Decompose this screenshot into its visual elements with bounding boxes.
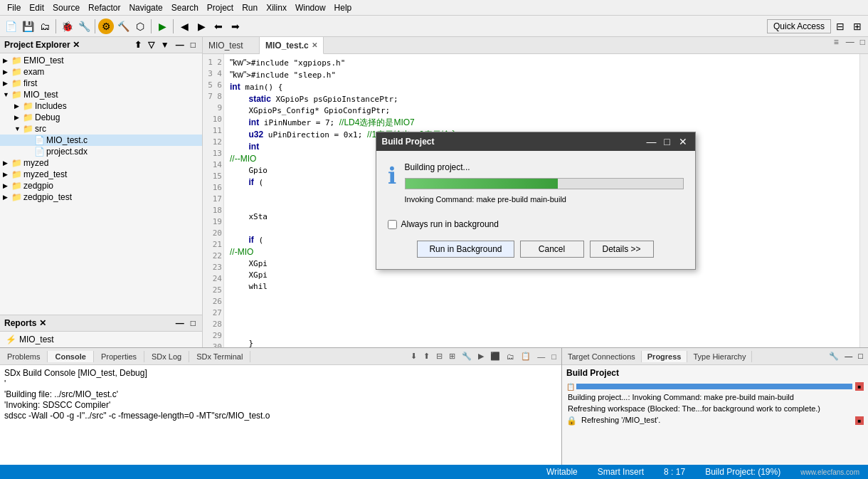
tree-item-7[interactable]: 📄MIO_test.c <box>0 135 202 146</box>
console-icon-7[interactable]: ⬛ <box>488 351 502 362</box>
tree-item-11[interactable]: ▶📁zedgpio <box>0 180 202 191</box>
tab-progress[interactable]: Progress <box>642 351 688 362</box>
tool-btn-2[interactable]: 🔧 <box>76 19 92 34</box>
console-icon-3[interactable]: ⊟ <box>434 351 445 362</box>
progress-icon-2[interactable]: — <box>842 351 854 362</box>
menu-refactor[interactable]: Refactor <box>84 1 125 14</box>
tool-btn-6[interactable]: ◀ <box>176 19 192 34</box>
tree-item-8[interactable]: 📄project.sdx <box>0 146 202 157</box>
menu-icon[interactable]: ▼ <box>159 39 171 51</box>
cancel-btn[interactable]: Cancel <box>520 241 584 258</box>
menu-source[interactable]: Source <box>48 1 84 14</box>
details-btn[interactable]: Details >> <box>590 241 654 258</box>
run-btn[interactable]: ▶ <box>154 19 170 34</box>
console-icon-9[interactable]: 📋 <box>519 351 533 362</box>
console-icon-1[interactable]: ⬇ <box>408 351 419 362</box>
dialog-close-btn[interactable]: ✕ <box>677 135 689 148</box>
tab-close-icon[interactable]: ✕ <box>312 41 317 49</box>
reports-icon: ⚡ <box>6 335 16 344</box>
toolbar-sep-3 <box>151 19 152 33</box>
sidebar-header-icons: ⬆ ▽ ▼ — □ <box>132 39 198 51</box>
progress-icon-1[interactable]: 🔧 <box>827 351 841 362</box>
tab-minimize-icon[interactable]: — <box>843 37 857 53</box>
dialog-checkbox-row: Always run in background <box>388 219 684 229</box>
tool-btn-8[interactable]: ⬅ <box>211 19 226 34</box>
menu-xilinx[interactable]: Xilinx <box>262 1 291 14</box>
tree-item-1[interactable]: ▶📁exam <box>0 66 202 78</box>
maximize-icon[interactable]: □ <box>189 39 198 51</box>
toolbar-extra-1[interactable]: ⊟ <box>832 19 848 34</box>
console-icon-2[interactable]: ⬆ <box>421 351 432 362</box>
tab-maximize-icon[interactable]: □ <box>857 37 868 53</box>
dialog-maximize-btn[interactable]: □ <box>661 135 674 148</box>
tab-type-hierarchy[interactable]: Type Hierarchy <box>687 351 752 362</box>
reports-minimize[interactable]: — <box>174 317 186 329</box>
tab-mio-test-c[interactable]: MIO_test.c ✕ <box>260 37 324 54</box>
progress-stop-1[interactable]: ■ <box>855 382 864 391</box>
tab-properties[interactable]: Properties <box>94 351 144 362</box>
filter-icon[interactable]: ▽ <box>146 39 157 51</box>
console-icon-6[interactable]: ▶ <box>476 351 486 362</box>
minimize-icon[interactable]: — <box>174 39 186 51</box>
quick-access-button[interactable]: Quick Access <box>767 19 831 33</box>
tab-target-connections[interactable]: Target Connections <box>562 351 642 362</box>
tab-problems[interactable]: Problems <box>0 351 48 362</box>
console-icon-4[interactable]: ⊞ <box>447 351 457 362</box>
editor-scrollbar[interactable] <box>859 54 868 347</box>
progress-item-1: 📋 ■ <box>566 382 864 391</box>
reports-item[interactable]: ⚡ MIO_test <box>0 332 202 347</box>
tab-menu-icon[interactable]: ≡ <box>830 37 843 53</box>
tool-btn-9[interactable]: ➡ <box>228 19 243 34</box>
menu-file[interactable]: File <box>3 1 25 14</box>
console-icon-8[interactable]: 🗂 <box>504 352 517 362</box>
menu-navigate[interactable]: Navigate <box>125 1 166 14</box>
tool-btn-5[interactable]: ⬡ <box>132 19 148 34</box>
collapse-icon[interactable]: ⬆ <box>132 39 144 51</box>
console-line-2: 'Building file: ../src/MIO_test.c' <box>4 389 557 400</box>
tree-item-10[interactable]: ▶📁myzed_test <box>0 169 202 180</box>
reports-maximize[interactable]: □ <box>189 317 198 329</box>
dialog-minimize-btn[interactable]: — <box>645 135 658 148</box>
tree-item-5[interactable]: ▶📁Debug <box>0 112 202 123</box>
progress-icon-3[interactable]: □ <box>856 351 865 362</box>
new-btn[interactable]: 📄 <box>3 19 18 34</box>
tree-item-6[interactable]: ▼📁src <box>0 123 202 135</box>
console-icon-10[interactable]: — <box>535 352 547 362</box>
toolbar-extra-2[interactable]: ⊞ <box>850 19 865 34</box>
save-all-btn[interactable]: 🗂 <box>37 19 53 34</box>
tab-mio-test[interactable]: MIO_test <box>203 37 260 53</box>
toolbar-sep-4 <box>173 19 174 33</box>
tree-item-9[interactable]: ▶📁myzed <box>0 157 202 169</box>
tab-sdx-terminal[interactable]: SDx Terminal <box>189 351 250 362</box>
reports-header-icons: — □ <box>174 317 198 329</box>
tab-console[interactable]: Console <box>48 351 93 362</box>
progress-bar-container <box>405 178 684 189</box>
menu-search[interactable]: Search <box>167 1 203 14</box>
progress-stop-3[interactable]: ■ <box>855 416 864 425</box>
tree-item-12[interactable]: ▶📁zedgpio_test <box>0 191 202 203</box>
menu-help[interactable]: Help <box>330 1 356 14</box>
progress-panel: Target Connections Progress Type Hierarc… <box>562 348 868 465</box>
tab-spacer <box>324 37 830 53</box>
save-btn[interactable]: 💾 <box>20 19 36 34</box>
menu-edit[interactable]: Edit <box>25 1 48 14</box>
tool-btn-3[interactable]: ⚙ <box>98 19 114 34</box>
bottom-panels-container: Problems Console Properties SDx Log SDx … <box>0 348 868 465</box>
console-content[interactable]: SDx Build Console [MIO_test, Debug] ' 'B… <box>0 365 561 465</box>
debug-btn[interactable]: 🐞 <box>59 19 75 34</box>
menu-window[interactable]: Window <box>291 1 330 14</box>
run-in-background-btn[interactable]: Run in Background <box>417 241 514 258</box>
always-run-checkbox[interactable] <box>388 220 397 229</box>
tool-btn-4[interactable]: 🔨 <box>115 19 131 34</box>
tree-item-4[interactable]: ▶📁Includes <box>0 100 202 112</box>
console-icon-5[interactable]: 🔧 <box>460 351 474 362</box>
tool-btn-7[interactable]: ▶ <box>194 19 209 34</box>
tab-sdx-log[interactable]: SDx Log <box>144 351 189 362</box>
menu-run[interactable]: Run <box>238 1 262 14</box>
dialog-info-icon: ℹ <box>388 162 396 189</box>
tree-item-3[interactable]: ▼📁MIO_test <box>0 89 202 100</box>
tree-item-0[interactable]: ▶📁EMIO_test <box>0 55 202 66</box>
tree-item-2[interactable]: ▶📁first <box>0 78 202 89</box>
menu-project[interactable]: Project <box>203 1 238 14</box>
console-icon-11[interactable]: □ <box>549 352 559 362</box>
